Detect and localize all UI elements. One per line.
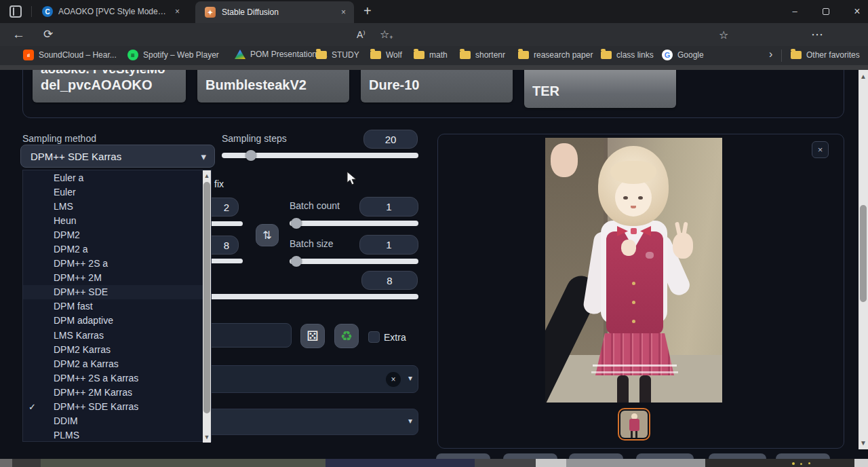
bookmarks-divider <box>781 50 782 62</box>
batch-count-slider[interactable] <box>290 221 418 226</box>
model-card-ter[interactable]: TER <box>524 65 676 108</box>
model-cards-panel: aoaoko. PvcStyleMo del_pvcAOAOKO Bumbles… <box>22 65 844 118</box>
extra-seed-checkbox[interactable] <box>368 331 380 343</box>
bookmark-spotify[interactable]: ≡Spotify – Web Player <box>127 50 219 60</box>
bookmark-class-links[interactable]: class links <box>601 50 654 60</box>
batch-count-value[interactable]: 1 <box>359 197 418 217</box>
batch-size-value[interactable]: 1 <box>359 235 418 255</box>
bookmark-google[interactable]: GGoogle <box>662 50 704 60</box>
vest-button <box>632 282 635 285</box>
settings-dots-icon[interactable]: ⋯ <box>811 27 823 42</box>
model-card-dure[interactable]: Dure-10 <box>361 65 513 102</box>
window-close-button[interactable]: × <box>842 0 868 22</box>
gallery-thumbnail[interactable] <box>618 408 650 441</box>
sampler-option[interactable]: DPM++ 2M <box>23 271 211 285</box>
bookmark-shortenr[interactable]: shortenr <box>460 50 505 60</box>
batch-size-slider[interactable] <box>290 259 418 264</box>
batch-count-slider-handle[interactable] <box>291 218 302 229</box>
send-to-extras-button[interactable] <box>709 453 766 459</box>
stable-diffusion-page: aoaoko. PvcStyleMo del_pvcAOAOKO Bumbles… <box>0 65 859 459</box>
page-scrollbar-thumb[interactable] <box>860 205 867 302</box>
page-scrollbar[interactable]: ▲ ▼ <box>859 70 868 449</box>
tab-close-icon[interactable]: × <box>172 7 182 17</box>
scroll-down-icon[interactable]: ▼ <box>859 440 868 447</box>
bookmark-pom[interactable]: POM Presentations... <box>235 50 328 59</box>
model-card-aoaoko[interactable]: aoaoko. PvcStyleMo del_pvcAOAOKO <box>33 65 186 102</box>
sampler-option[interactable]: PLMS <box>23 428 211 443</box>
tab-close-icon[interactable]: × <box>338 7 349 18</box>
chest-hand <box>621 240 636 256</box>
swap-dimensions-button[interactable]: ⇅ <box>256 224 279 246</box>
scroll-up-icon[interactable]: ▲ <box>859 73 868 80</box>
send-to-inpaint-button[interactable] <box>636 453 694 459</box>
stable-diffusion-favicon: ✦ <box>205 7 216 18</box>
list-scrollbar[interactable]: ▲ ▼ <box>203 170 211 443</box>
sampler-option[interactable]: Euler a <box>23 170 211 185</box>
sampler-option[interactable]: DPM adaptive <box>23 314 211 328</box>
minimize-button[interactable]: – <box>780 0 810 22</box>
sampler-option[interactable]: DPM2 Karras <box>23 342 211 356</box>
open-folder-button[interactable] <box>776 453 830 459</box>
bookmark-math[interactable]: math <box>414 50 448 60</box>
extra-seed-label: Extra <box>384 332 406 343</box>
bookmark-soundcloud[interactable]: ılSoundCloud – Hear... <box>23 50 117 60</box>
bookmark-study[interactable]: STUDY <box>316 50 359 60</box>
sampler-option[interactable]: DPM++ 2S a Karras <box>23 371 211 385</box>
sampler-option[interactable]: DPM++ 2M Karras <box>23 385 211 399</box>
chevron-down-icon: ▾ <box>201 151 206 163</box>
new-tab-button[interactable]: + <box>363 3 372 19</box>
random-seed-button[interactable]: ⚄ <box>300 324 325 348</box>
scroll-up-icon[interactable]: ▲ <box>203 172 211 179</box>
reuse-seed-button[interactable]: ♻ <box>334 324 359 348</box>
tab-stable-diffusion[interactable]: ✦ Stable Diffusion × <box>195 1 354 23</box>
restore-button[interactable] <box>811 0 841 22</box>
reload-icon[interactable]: ⟳ <box>43 27 53 41</box>
send-to-img2img-button[interactable] <box>569 453 623 459</box>
sampler-option[interactable]: DDIM <box>23 414 211 428</box>
favorites-bar-icon[interactable]: ☆ <box>719 29 728 41</box>
sampling-method-select[interactable]: DPM++ SDE Karras ▾ <box>20 145 215 168</box>
sampler-option-selected[interactable]: ✓DPM++ SDE Karras <box>23 400 211 414</box>
sampler-option[interactable]: DPM++ 2S a <box>23 257 211 271</box>
scroll-down-icon[interactable]: ▼ <box>203 434 211 441</box>
sampling-steps-value[interactable]: 20 <box>363 130 418 149</box>
sampler-option[interactable]: DPM2 a <box>23 242 211 256</box>
bookmarks-overflow-icon[interactable]: › <box>769 48 772 60</box>
tab-civitai[interactable]: C AOAOKO [PVC Style Model] - PV × <box>35 1 193 22</box>
sampler-option[interactable]: DPM fast <box>23 299 211 314</box>
back-icon[interactable]: ← <box>12 27 25 42</box>
sampling-steps-slider-handle[interactable] <box>245 150 256 161</box>
bookmark-reasearch-paper[interactable]: reasearch paper <box>518 50 593 60</box>
browser-toolbar: ← ⟳ i 127.0.0.1 :7860 A⁾ ☆+ O » IA AD S … <box>0 23 868 46</box>
sampler-option[interactable]: Euler <box>23 185 211 199</box>
list-scrollbar-thumb[interactable] <box>203 182 210 413</box>
read-aloud-icon[interactable]: A⁾ <box>357 29 366 40</box>
cfg-scale-value[interactable]: 8 <box>361 271 418 290</box>
bow-knot <box>631 228 637 234</box>
civitai-favicon: C <box>42 6 53 17</box>
sampler-option[interactable]: LMS Karras <box>23 328 211 342</box>
bookmark-wolf[interactable]: Wolf <box>370 50 402 60</box>
zip-button[interactable] <box>503 453 557 459</box>
clear-styles-button[interactable]: × <box>386 372 401 387</box>
other-favorites[interactable]: Other favorites <box>791 50 860 60</box>
sampler-option[interactable]: Heun <box>23 213 211 227</box>
sampler-option[interactable]: DPM2 a Karras <box>23 356 211 371</box>
workspaces-icon[interactable] <box>9 5 22 18</box>
batch-size-slider-handle[interactable] <box>291 256 302 267</box>
generated-image[interactable] <box>545 138 722 403</box>
sampler-option[interactable]: DPM2 <box>23 227 211 242</box>
mouse-cursor <box>346 171 359 186</box>
mouth <box>631 206 636 208</box>
save-button[interactable] <box>436 453 490 459</box>
batch-size-label: Batch size <box>290 238 334 249</box>
drive-icon <box>235 50 245 59</box>
model-card-line2: del_pvcAOAOKO <box>41 77 152 93</box>
close-image-button[interactable]: × <box>812 141 829 158</box>
favorite-star-icon[interactable]: ☆+ <box>380 28 393 41</box>
sampler-option[interactable]: DPM++ SDE <box>23 285 211 299</box>
skirt-hem-stripe <box>593 365 677 367</box>
sampler-option[interactable]: LMS <box>23 199 211 213</box>
screen: C AOAOKO [PVC Style Model] - PV × ✦ Stab… <box>0 0 868 467</box>
model-card-bumblesteak[interactable]: BumblesteakV2 <box>197 65 349 102</box>
